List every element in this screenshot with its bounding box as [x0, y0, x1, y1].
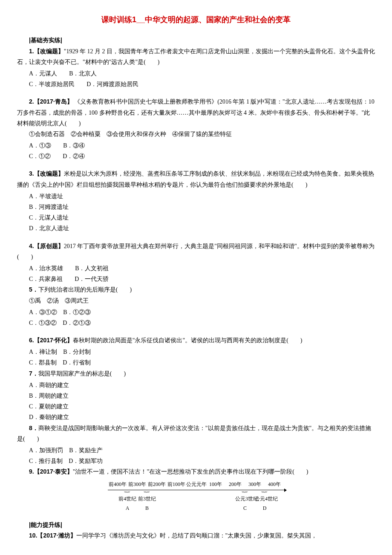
q5-text: 下列统治者出现的先后顺序是( )	[38, 286, 132, 293]
q2-opt-d: D．②④	[63, 153, 85, 159]
tl-letter-b: B	[137, 504, 157, 513]
tl-label-3: 公元4世纪	[255, 494, 274, 504]
q8-opt-d: D．奖励军功	[69, 458, 103, 464]
q8-opt-a: A．加强刑罚	[29, 447, 63, 454]
q2-tag: 【2017·青岛】	[34, 98, 73, 105]
q4-tag: 【原创题】	[34, 243, 64, 249]
q1-opt-b: B．北京人	[69, 70, 97, 77]
brace-b: ︸	[137, 491, 157, 494]
q5-opt-d: D．②①③	[63, 320, 91, 326]
tl-top-5: 100年	[206, 480, 225, 489]
q1-tag: 【改编题】	[34, 48, 64, 55]
tl-top-7: 300年	[245, 480, 265, 489]
q1-opt-c: C．半坡原始居民	[29, 81, 75, 87]
q4-text: 2017 年丁酉年黄帝故里拜祖大典在郑州举行，大典主题是"同根同祖同源，和平和睦…	[17, 243, 375, 260]
q5-sub: ①禹 ②汤 ③周武王	[17, 295, 375, 306]
question-8: 8．商鞅变法是战国时期影响最大的一次改革。有人评价这次变法："以前是贵族任战士，…	[17, 423, 375, 444]
q6-opt-a: A．禅让制	[29, 349, 57, 355]
q9-num: 9.	[29, 468, 34, 475]
q1-opt-d: D．河姆渡原始居民	[86, 81, 138, 87]
tl-letter-c: C	[235, 504, 255, 513]
section-basic-header: |基础夯实练|	[17, 35, 375, 46]
q5-opt-c: C．①③②	[29, 320, 57, 326]
question-3: 3.【改编题】米粉是以大米为原料，经浸泡、蒸煮和压条等工序制成的条状、丝状米制品…	[17, 168, 375, 234]
timeline-axis	[108, 490, 284, 490]
question-9: 9.【2017·泰安】"治世不一道，便国不法古！"在这一思想推动下发生的历史事件…	[17, 466, 375, 477]
tl-top-1: 前300年	[127, 480, 147, 489]
q5-opt-b: B．①②③	[63, 309, 91, 315]
tl-top-3: 前100年	[167, 480, 186, 489]
q3-opt-d: D．北京人遗址	[17, 223, 375, 234]
question-7: 7．我国早期国家产生的标志是( )	[17, 368, 375, 379]
question-2: 2.【2017·青岛】 《义务教育教科书中国历史七年级上册教师教学用书》(201…	[17, 96, 375, 162]
q3-opt-b: B．河姆渡遗址	[17, 202, 375, 212]
q3-num: 3.	[29, 170, 34, 177]
q8-text: 商鞅变法是战国时期影响最大的一次改革。有人评价这次变法："以前是贵族任战士，现在…	[17, 425, 371, 442]
q6-opt-c: C．郡县制	[29, 359, 57, 366]
q2-num: 2.	[29, 98, 34, 105]
q5-num: 5．	[29, 286, 38, 293]
q2-opt-b: B．③④	[63, 142, 85, 149]
q3-text: 米粉是以大米为原料，经浸泡、蒸煮和压条等工序制成的条状、丝状米制品，米粉现在已经…	[17, 171, 374, 188]
q6-opt-d: D．行省制	[63, 359, 91, 366]
q3-tag: 【改编题】	[34, 170, 64, 177]
q7-opt-c: C．夏朝的建立	[17, 401, 375, 412]
q8-num: 8．	[29, 425, 38, 431]
q1-num: 1.	[29, 48, 34, 55]
tl-top-6: 200年	[225, 480, 245, 489]
q10-text: 一同学学习《潍坊历史与文化》时，总结了四句顺口溜："太康失国，少康复国。桀失其国…	[76, 532, 317, 539]
q9-text: "治世不一道，便国不法古！"在这一思想推动下发生的历史事件出现在下列哪一阶段( …	[73, 468, 308, 475]
section-ability-header: |能力提升练|	[17, 520, 375, 530]
tl-label-1: 前3世纪	[137, 494, 157, 504]
brace-c: ︸	[235, 491, 255, 494]
question-5: 5．下列统治者出现的先后顺序是( )	[17, 284, 375, 295]
page-title: 课时训练1__中华文明的起源、国家的产生和社会的变革	[17, 13, 375, 26]
q2-opt-a: A．①③	[29, 142, 51, 149]
q7-text: 我国早期国家产生的标志是( )	[38, 370, 126, 377]
tl-letter-a: A	[118, 504, 137, 513]
q9-tag: 【2017·泰安】	[34, 468, 73, 475]
tl-label-2: 公元3世纪	[235, 494, 255, 504]
q5-opt-a: A．③①②	[29, 309, 57, 315]
question-6: 6.【2017·怀化】春秋时期的政治局面是"永乐征伐自诸侯出"。诸侯的出现与西周…	[17, 335, 375, 513]
question-4: 4.【原创题】2017 年丁酉年黄帝故里拜祖大典在郑州举行，大典主题是"同根同祖…	[17, 241, 375, 329]
q7-opt-b: B．周朝的建立	[17, 390, 375, 401]
q7-opt-d: D．秦朝的建立	[17, 412, 375, 422]
q2-sub: ①会制造石器 ②会种植粟 ③会使用火和保存火种 ④保留了猿的某些特征	[17, 129, 375, 139]
tl-top-0: 前400年	[108, 480, 127, 489]
tl-label-0: 前4世纪	[118, 494, 137, 504]
q6-opt-b: B．分封制	[63, 349, 91, 355]
q1-opt-a: A．元谋人	[29, 70, 57, 77]
q4-opt-a: A．治水英雄	[29, 265, 63, 272]
question-10: 10.【2017·潍坊】一同学学习《潍坊历史与文化》时，总结了四句顺口溜："太康…	[17, 530, 375, 541]
tl-top-4: 公元元年	[186, 480, 206, 489]
q3-opt-c: C．元谋人遗址	[17, 212, 375, 223]
q6-num: 6.	[29, 337, 34, 344]
tl-top-8: 400年	[265, 480, 284, 489]
q3-opt-a: A．半坡遗址	[17, 191, 375, 202]
q6-text: 春秋时期的政治局面是"永乐征伐自诸侯出"。诸侯的出现与西周有关的政治制度是( )	[73, 337, 303, 344]
tl-top-2: 前200年	[147, 480, 167, 489]
q7-opt-a: A．商朝的建立	[17, 380, 375, 390]
q4-num: 4.	[29, 243, 34, 249]
q7-num: 7．	[29, 370, 38, 377]
timeline-diagram: 前400年 前300年 前200年 前100年 公元元年 100年 200年 3…	[17, 480, 375, 513]
q8-opt-c: C．推行县制	[29, 458, 63, 464]
q8-opt-b: B．奖励生产	[69, 447, 103, 454]
brace-a: ︸	[118, 491, 137, 494]
tl-letter-d: D	[255, 504, 274, 513]
brace-d: ︸	[255, 491, 274, 494]
q10-num: 10.	[29, 532, 37, 539]
q2-opt-c: C．①②	[29, 153, 51, 159]
q1-text: "1929 年 12 月 2 日，我国青年考古工作者裴文中在周口店龙骨山山洞里，…	[17, 48, 375, 65]
q10-tag: 【2017·潍坊】	[37, 532, 76, 539]
q4-opt-b: B．人文初祖	[75, 265, 109, 272]
q6-tag: 【2017·怀化】	[34, 337, 73, 344]
q4-opt-c: C．兵家鼻祖	[29, 276, 63, 282]
q4-opt-d: D．一代天骄	[75, 276, 109, 282]
question-1: 1.【改编题】"1929 年 12 月 2 日，我国青年考古工作者裴文中在周口店…	[17, 46, 375, 90]
